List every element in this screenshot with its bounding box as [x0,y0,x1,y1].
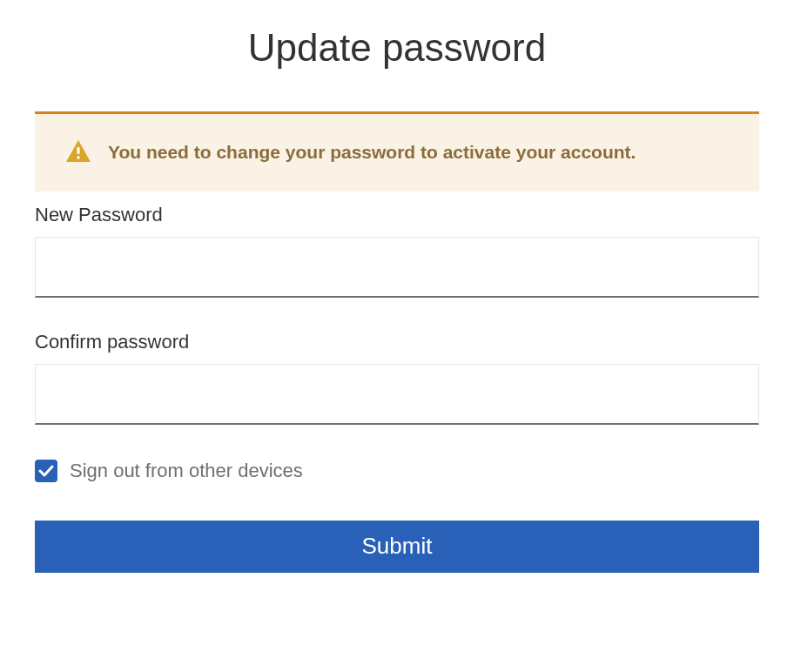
alert-message: You need to change your password to acti… [108,138,636,167]
new-password-label: New Password [35,204,759,226]
svg-point-1 [77,156,80,159]
new-password-group: New Password [35,204,759,298]
confirm-password-label: Confirm password [35,331,759,353]
signout-checkbox-label[interactable]: Sign out from other devices [70,460,303,482]
page-title: Update password [35,26,759,70]
signout-checkbox[interactable] [35,460,57,482]
svg-rect-0 [77,147,80,154]
check-icon [38,465,54,477]
confirm-password-input[interactable] [35,364,759,425]
new-password-input[interactable] [35,237,759,298]
warning-triangle-icon [66,140,91,166]
alert-banner: You need to change your password to acti… [35,111,759,192]
signout-checkbox-row: Sign out from other devices [35,460,759,482]
update-password-form: Update password You need to change your … [0,0,794,608]
submit-button[interactable]: Submit [35,521,759,573]
confirm-password-group: Confirm password [35,331,759,425]
